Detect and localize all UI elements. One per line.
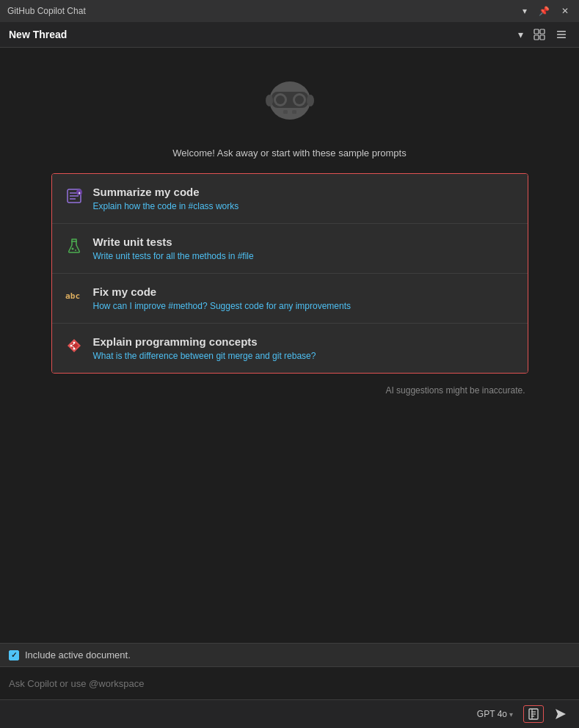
svg-rect-2 (534, 35, 539, 40)
explain-icon (65, 337, 83, 354)
main-content: Welcome! Ask away or start with these sa… (0, 48, 579, 643)
svg-rect-4 (557, 31, 566, 32)
copilot-logo (257, 70, 323, 136)
new-thread-icon-btn[interactable] (531, 27, 548, 42)
svg-point-31 (73, 348, 75, 350)
title-bar-dropdown[interactable]: ▾ (520, 4, 530, 18)
disclaimer: AI suggestions might be inaccurate. (51, 385, 528, 396)
prompt-card-explain[interactable]: Explain programming concepts What is the… (52, 324, 528, 373)
include-doc-checkbox[interactable]: ✓ (9, 650, 19, 660)
prompt-card-fix-code[interactable]: abc Fix my code How can I improve #metho… (52, 274, 528, 324)
fix-code-icon: abc (65, 287, 83, 305)
title-bar-controls: ▾ 📌 ✕ (520, 4, 572, 18)
title-bar-pin[interactable]: 📌 (536, 4, 553, 18)
prompt-card-fix-code-content: Fix my code How can I improve #method? S… (93, 285, 514, 311)
send-btn[interactable] (550, 705, 572, 724)
model-dropdown-arrow-icon: ▾ (509, 710, 513, 718)
prompt-card-explain-title: Explain programming concepts (93, 335, 514, 348)
prompt-card-unit-tests[interactable]: Write unit tests Write unit tests for al… (52, 224, 528, 274)
svg-text:abc: abc (65, 291, 80, 301)
svg-point-10 (276, 95, 285, 104)
summarize-icon: ✦ (65, 187, 83, 205)
title-bar-close[interactable]: ✕ (558, 4, 572, 18)
prompt-card-summarize-desc: Explain how the code in #class works (93, 201, 514, 211)
svg-point-15 (266, 95, 273, 106)
copilot-logo-svg (257, 70, 323, 136)
svg-rect-6 (557, 37, 566, 38)
header-dropdown-btn[interactable]: ▾ (515, 27, 526, 42)
model-label: GPT 4o (477, 709, 507, 719)
svg-point-12 (295, 95, 304, 104)
title-bar: GitHub Copilot Chat ▾ 📌 ✕ (0, 0, 579, 22)
svg-point-29 (73, 342, 75, 344)
prompt-card-explain-desc: What is the difference between git merge… (93, 351, 514, 361)
header-actions: ▾ (515, 27, 570, 42)
new-thread-icon (534, 29, 545, 40)
prompt-card-unit-tests-desc: Write unit tests for all the methods in … (93, 251, 514, 261)
svg-point-25 (75, 250, 76, 251)
send-icon (554, 707, 567, 721)
menu-icon (556, 29, 567, 40)
book-icon (528, 708, 539, 720)
svg-point-24 (71, 248, 73, 250)
svg-rect-1 (540, 29, 545, 34)
prompt-card-fix-code-title: Fix my code (93, 285, 514, 298)
prompt-card-unit-tests-content: Write unit tests Write unit tests for al… (93, 236, 514, 261)
bottom-section: ✓ Include active document. GPT 4o ▾ (0, 643, 579, 728)
prompt-card-unit-tests-title: Write unit tests (93, 236, 514, 248)
svg-rect-0 (534, 29, 539, 34)
prompt-card-summarize[interactable]: ✦ Summarize my code Explain how the code… (52, 174, 528, 224)
unit-test-icon (65, 237, 83, 255)
prompt-card-summarize-title: Summarize my code (93, 186, 514, 198)
svg-marker-39 (556, 709, 566, 719)
include-doc-bar: ✓ Include active document. (0, 644, 579, 667)
svg-rect-5 (557, 34, 566, 35)
prompt-cards-container: ✦ Summarize my code Explain how the code… (51, 173, 528, 374)
input-bar[interactable] (0, 667, 579, 699)
svg-rect-14 (292, 110, 296, 114)
prompt-card-fix-code-desc: How can I improve #method? Suggest code … (93, 301, 514, 311)
welcome-text: Welcome! Ask away or start with these sa… (172, 148, 406, 159)
svg-point-16 (307, 95, 314, 106)
title-bar-title: GitHub Copilot Chat (7, 6, 86, 16)
header-menu-btn[interactable] (553, 27, 570, 42)
checkbox-check-icon: ✓ (11, 652, 17, 659)
svg-rect-3 (540, 35, 545, 40)
prompt-card-explain-content: Explain programming concepts What is the… (93, 335, 514, 361)
chat-input[interactable] (9, 678, 570, 689)
prompt-card-summarize-content: Summarize my code Explain how the code i… (93, 186, 514, 211)
include-doc-label: Include active document. (25, 649, 131, 660)
bookmark-btn[interactable] (523, 705, 544, 723)
header-title: New Thread (9, 29, 67, 40)
header-bar: New Thread ▾ (0, 22, 579, 48)
svg-point-30 (70, 345, 72, 347)
model-selector-btn[interactable]: GPT 4o ▾ (473, 707, 517, 721)
toolbar-bar: GPT 4o ▾ (0, 699, 579, 728)
svg-rect-13 (283, 110, 288, 114)
